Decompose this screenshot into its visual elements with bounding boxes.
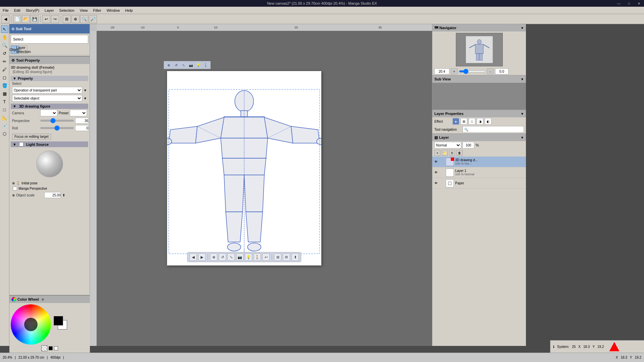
zoom-in-nav-btn[interactable]: + bbox=[451, 68, 458, 74]
zoom-input[interactable] bbox=[434, 68, 449, 74]
opacity-input[interactable] bbox=[463, 142, 474, 148]
save-button[interactable]: 💾 bbox=[31, 15, 39, 23]
tool-fill[interactable]: 🪣 bbox=[1, 82, 8, 89]
new-button[interactable]: 📄 bbox=[13, 15, 21, 23]
fig-scale-btn[interactable]: ⤡ bbox=[180, 62, 187, 68]
preset-select[interactable] bbox=[70, 110, 87, 116]
tool-zoom[interactable]: 🔍 bbox=[1, 42, 8, 49]
delete-layer-btn[interactable]: 🗑 bbox=[457, 150, 463, 156]
layer-item-1[interactable]: 👁 Layer 1 100 % Normal bbox=[432, 167, 526, 178]
subview-content[interactable] bbox=[432, 83, 526, 110]
fig-camera-btn[interactable]: 📷 bbox=[187, 62, 194, 68]
prev-frame-btn[interactable]: ◀ bbox=[190, 253, 197, 261]
layer-item-3d[interactable]: 👁 3D drawing d... 100 % Nor... bbox=[432, 157, 526, 167]
new-folder-btn[interactable]: 📁 bbox=[442, 150, 448, 156]
select-input[interactable]: Select bbox=[11, 35, 88, 44]
effect-texture-btn[interactable]: ⊞ bbox=[461, 118, 467, 125]
menu-help[interactable]: Help bbox=[122, 8, 136, 13]
light-source-header[interactable]: ▼ Light Source bbox=[11, 141, 88, 147]
maximize-button[interactable]: □ bbox=[624, 0, 634, 7]
drawing-figure-section-header[interactable]: ▼ 3D drawing figure bbox=[11, 104, 88, 109]
undo-button[interactable]: ↩ bbox=[42, 15, 50, 23]
open-button[interactable]: 📂 bbox=[22, 15, 30, 23]
tool-ruler[interactable]: 📐 bbox=[1, 114, 8, 121]
light-source-checkbox[interactable] bbox=[19, 142, 23, 146]
menu-filter[interactable]: Filter bbox=[91, 8, 104, 13]
menu-edit[interactable]: Edit bbox=[11, 8, 23, 13]
subview-collapse-btn[interactable]: ▼ bbox=[521, 77, 524, 81]
fig-rotate-btn[interactable]: ↺ bbox=[173, 62, 179, 68]
effect-border-btn[interactable]: □ bbox=[469, 118, 475, 125]
color-wheel-circle[interactable] bbox=[11, 304, 51, 345]
menu-view[interactable]: View bbox=[77, 8, 91, 13]
show-mesh-btn[interactable]: ⊞ bbox=[274, 253, 281, 261]
toolbar-collapse[interactable]: ◀ bbox=[1, 15, 9, 23]
perspective-value[interactable]: 36 bbox=[75, 118, 89, 124]
blend-mode-select[interactable]: Normal bbox=[434, 142, 461, 148]
rotate-figure-btn[interactable]: ↺ bbox=[219, 253, 226, 261]
select-all-button[interactable]: ⊞ bbox=[63, 15, 71, 23]
effect-bright-btn[interactable]: ◐ bbox=[485, 118, 491, 125]
camera-select[interactable] bbox=[40, 110, 57, 116]
transparent-swatch[interactable] bbox=[41, 345, 47, 351]
move-figure-btn[interactable]: ⊕ bbox=[210, 253, 217, 261]
figure-export-btn[interactable]: ⬆ bbox=[291, 253, 299, 261]
next-frame-btn[interactable]: ▶ bbox=[198, 253, 206, 261]
menu-file[interactable]: File bbox=[0, 8, 11, 13]
navigator-thumbnail[interactable] bbox=[456, 33, 503, 66]
tool-rotate[interactable]: ↺ bbox=[1, 50, 8, 57]
roll-value[interactable]: 0 bbox=[75, 125, 89, 131]
menu-layer[interactable]: Layer bbox=[42, 8, 57, 13]
effect-shadow-btn[interactable]: ◑ bbox=[477, 118, 483, 125]
color-wheel-menu-icon[interactable]: ≡ bbox=[42, 297, 44, 301]
focus-button[interactable]: Focus on editing target bbox=[12, 134, 51, 139]
copy-layer-btn[interactable]: ⎘ bbox=[449, 150, 455, 156]
zoom-in-button[interactable]: 🔍 bbox=[80, 15, 88, 23]
tool-gradient[interactable]: ▦ bbox=[1, 90, 8, 97]
layers-collapse-btn[interactable]: ▼ bbox=[521, 136, 524, 139]
toolnav-search[interactable]: 🔍 bbox=[463, 126, 524, 133]
pose-btn-2[interactable]: 🚶 bbox=[254, 253, 261, 261]
operation-select[interactable]: Operation of transparent part bbox=[12, 87, 82, 94]
light-sphere[interactable] bbox=[36, 150, 63, 177]
tool-move[interactable]: ✋ bbox=[1, 34, 8, 41]
effect-color-btn[interactable]: ● bbox=[452, 118, 459, 125]
figure-svg[interactable] bbox=[167, 71, 321, 265]
scale-stepper[interactable]: ⬆ bbox=[62, 193, 65, 197]
white-swatch[interactable] bbox=[54, 346, 58, 350]
roll-slider[interactable] bbox=[40, 127, 74, 129]
layer-props-collapse-btn[interactable]: ▼ bbox=[521, 112, 524, 116]
fg-color-swatch[interactable] bbox=[54, 316, 63, 325]
redo-button[interactable]: ↪ bbox=[51, 15, 59, 23]
reset-pose-btn[interactable]: ↩ bbox=[262, 253, 270, 261]
figure-settings-btn[interactable]: ⚙ bbox=[283, 253, 290, 261]
tool-marker[interactable]: 🖊 bbox=[1, 66, 8, 73]
tool-3d[interactable]: ⬡ bbox=[1, 130, 8, 137]
layer-eye-paper[interactable]: 👁 bbox=[434, 181, 438, 186]
tool-eraser[interactable]: ◻ bbox=[1, 74, 8, 81]
angle-input[interactable] bbox=[495, 68, 508, 74]
tool-text[interactable]: T bbox=[1, 98, 8, 105]
layer-eye-1[interactable]: 👁 bbox=[434, 170, 438, 175]
fig-light-btn[interactable]: 💡 bbox=[195, 62, 202, 68]
perspective-slider[interactable] bbox=[40, 120, 74, 122]
scale-figure-btn[interactable]: ⤡ bbox=[227, 253, 235, 261]
tool-eyedropper[interactable]: 💉 bbox=[1, 122, 8, 129]
layer-eye-3d[interactable]: 👁 bbox=[434, 160, 438, 164]
navigator-collapse-btn[interactable]: ▼ bbox=[521, 26, 524, 30]
close-button[interactable]: ✕ bbox=[634, 0, 644, 7]
zoom-out-nav-btn[interactable]: - bbox=[487, 68, 494, 74]
menu-selection[interactable]: Selection bbox=[57, 8, 77, 13]
tool-select[interactable]: ↖ bbox=[1, 25, 8, 33]
property-section-header[interactable]: ▼ Property bbox=[11, 76, 88, 81]
object-scale-value[interactable] bbox=[44, 192, 61, 198]
transform-button[interactable]: ⊕ bbox=[71, 15, 79, 23]
tool-pen[interactable]: ✏ bbox=[1, 58, 8, 65]
selectable-select[interactable]: Selectable object bbox=[12, 95, 82, 102]
fig-pose-btn[interactable]: 🚶 bbox=[202, 62, 209, 68]
menu-window[interactable]: Window bbox=[104, 8, 122, 13]
black-swatch[interactable] bbox=[49, 346, 53, 350]
layer-selection-button[interactable]: Layer selection bbox=[19, 46, 28, 54]
camera-control-btn[interactable]: 📷 bbox=[236, 253, 244, 261]
tool-shape[interactable]: □ bbox=[1, 106, 8, 113]
